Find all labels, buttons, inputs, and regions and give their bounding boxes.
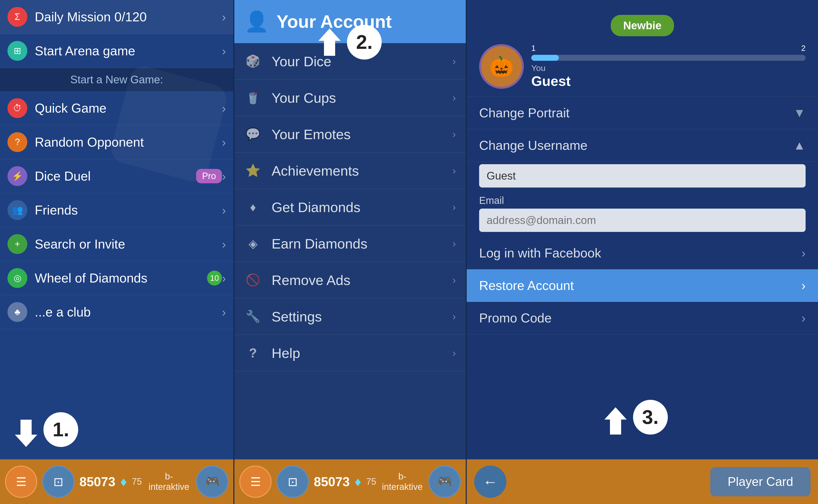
change-username[interactable]: Change Username ▲ <box>467 129 818 162</box>
avatar-button[interactable]: 🎮 <box>196 466 229 498</box>
menu-remove-ads[interactable]: 🚫 Remove Ads › <box>234 262 466 298</box>
start-arena-icon: ⊞ <box>7 41 27 61</box>
you-label: You <box>531 63 806 73</box>
username-input[interactable] <box>479 164 806 188</box>
daily-mission-label: Daily Mission 0/120 <box>35 9 222 24</box>
join-club-label: ...e a club <box>35 305 222 319</box>
daily-mission-icon: Σ <box>7 7 27 27</box>
wheel-diamonds-label: Wheel of Diamonds <box>35 271 202 285</box>
earn-diamonds-icon: ◈ <box>244 235 262 252</box>
level-bar-wrap: 1 2 You Guest <box>531 44 806 89</box>
level-row: 1 2 <box>531 44 806 53</box>
menu-item-wheel-diamonds[interactable]: ◎ Wheel of Diamonds 10 › <box>0 261 234 295</box>
search-invite-arrow: › <box>222 237 226 251</box>
your-cups-icon: 🥤 <box>244 89 262 106</box>
back-button[interactable]: ← <box>474 466 506 498</box>
search-invite-icon: + <box>7 234 27 254</box>
menu-your-cups[interactable]: 🥤 Your Cups › <box>234 80 466 116</box>
menu-your-emotes[interactable]: 💬 Your Emotes › <box>234 116 466 153</box>
newbie-badge: Newbie <box>611 15 674 36</box>
wheel-diamonds-icon: ◎ <box>7 268 27 288</box>
log-facebook-label: Log in with Facebook <box>479 246 801 260</box>
change-portrait[interactable]: Change Portrait ▼ <box>467 97 818 129</box>
avatar: 🎃 <box>479 44 524 89</box>
daily-mission-arrow: › <box>222 10 226 24</box>
restore-account-arrow: › <box>801 278 806 293</box>
menu-item-start-arena[interactable]: ⊞ Start Arena game › <box>0 34 234 68</box>
achievements-icon: ⭐ <box>244 162 262 179</box>
your-dice-label: Your Dice <box>272 53 453 69</box>
menu-your-dice[interactable]: 🎲 Your Dice › <box>234 43 466 80</box>
account-header-title: Your Account <box>277 11 392 32</box>
email-input[interactable] <box>479 209 806 232</box>
achievements-arrow: › <box>453 165 456 176</box>
wheel-diamonds-arrow: › <box>222 271 226 285</box>
dice-duel-icon: ⚡ <box>7 166 27 186</box>
panel-left: Σ Daily Mission 0/120 › ⊞ Start Arena ga… <box>0 0 234 504</box>
p2-sub-score: 75 <box>366 476 376 487</box>
p2-diamond-icon: ♦ <box>355 474 361 489</box>
step3-circle: 3. <box>633 400 668 435</box>
menu-item-friends[interactable]: 👥 Friends › <box>0 193 234 227</box>
p2-score-area: 85073 ♦ 75 <box>314 474 376 489</box>
change-username-label: Change Username <box>479 138 793 153</box>
menu-item-daily-mission[interactable]: Σ Daily Mission 0/120 › <box>0 0 234 34</box>
menu-earn-diamonds[interactable]: ◈ Earn Diamonds › <box>234 225 466 262</box>
menu-get-diamonds[interactable]: ♦ Get Diamonds › <box>234 189 466 225</box>
random-opponent-arrow: › <box>222 135 226 149</box>
step3-arrow-up <box>604 407 627 435</box>
log-facebook[interactable]: Log in with Facebook › <box>467 237 818 269</box>
score-value: 85073 <box>79 474 115 489</box>
newbie-wrap: Newbie <box>467 0 818 36</box>
log-facebook-arrow: › <box>801 246 806 260</box>
promo-code[interactable]: Promo Code › <box>467 302 818 334</box>
achievements-label: Achievements <box>272 163 453 179</box>
quick-game-arrow: › <box>222 101 226 115</box>
username-label: b-interaktive <box>147 471 191 492</box>
quick-game-label: Quick Game <box>35 101 222 116</box>
menu-item-join-club[interactable]: ♣ ...e a club › <box>0 295 234 329</box>
menu-help[interactable]: ? Help › <box>234 335 466 371</box>
your-emotes-arrow: › <box>453 129 456 140</box>
random-opponent-label: Random Opponent <box>35 135 222 150</box>
start-arena-arrow: › <box>222 44 226 58</box>
diamond-icon: ♦ <box>120 474 127 489</box>
profile-section: 🎃 1 2 You Guest <box>467 36 818 97</box>
p2-profile-button[interactable]: ⊡ <box>277 466 309 498</box>
promo-code-arrow: › <box>801 311 806 325</box>
step1-indicator: 1. <box>15 412 78 447</box>
restore-account-label: Restore Account <box>479 278 801 293</box>
player-card-button[interactable]: Player Card <box>710 467 811 496</box>
menu-item-random-opponent[interactable]: ? Random Opponent › <box>0 125 234 159</box>
random-opponent-icon: ? <box>7 132 27 152</box>
earn-diamonds-arrow: › <box>453 238 456 249</box>
profile-button[interactable]: ⊡ <box>42 466 74 498</box>
menu-achievements[interactable]: ⭐ Achievements › <box>234 153 466 189</box>
email-label: Email <box>467 192 818 206</box>
menu-settings[interactable]: 🔧 Settings › <box>234 298 466 335</box>
dice-duel-label: Dice Duel <box>35 169 191 184</box>
p2-score-value: 85073 <box>314 474 350 489</box>
remove-ads-label: Remove Ads <box>272 272 453 288</box>
earn-diamonds-label: Earn Diamonds <box>272 236 453 252</box>
menu-button[interactable]: ☰ <box>5 466 37 498</box>
panel2-bottom-bar: ☰ ⊡ 85073 ♦ 75 b-interaktive 🎮 <box>234 459 466 504</box>
p2-avatar-button[interactable]: 🎮 <box>428 466 461 498</box>
menu-item-dice-duel[interactable]: ⚡ Dice Duel Pro › <box>0 159 234 193</box>
wheel-diamonds-badge: 10 <box>207 271 222 285</box>
get-diamonds-label: Get Diamonds <box>272 199 453 215</box>
restore-account[interactable]: Restore Account › <box>467 269 818 302</box>
back-arrow-icon: ← <box>483 473 498 490</box>
remove-ads-arrow: › <box>453 275 456 286</box>
menu-item-search-invite[interactable]: + Search or Invite › <box>0 227 234 261</box>
your-emotes-label: Your Emotes <box>272 126 453 142</box>
friends-arrow: › <box>222 203 226 217</box>
change-portrait-arrow: ▼ <box>793 106 806 120</box>
score-area: 85073 ♦ 75 <box>79 474 142 489</box>
get-diamonds-icon: ♦ <box>244 198 262 216</box>
menu-item-quick-game[interactable]: ⏱ Quick Game › <box>0 91 234 125</box>
help-icon: ? <box>244 344 262 362</box>
p2-menu-button[interactable]: ☰ <box>239 466 272 498</box>
level-start: 1 <box>531 44 536 53</box>
panel1-bottom-bar: ☰ ⊡ 85073 ♦ 75 b-interaktive 🎮 <box>0 459 234 504</box>
